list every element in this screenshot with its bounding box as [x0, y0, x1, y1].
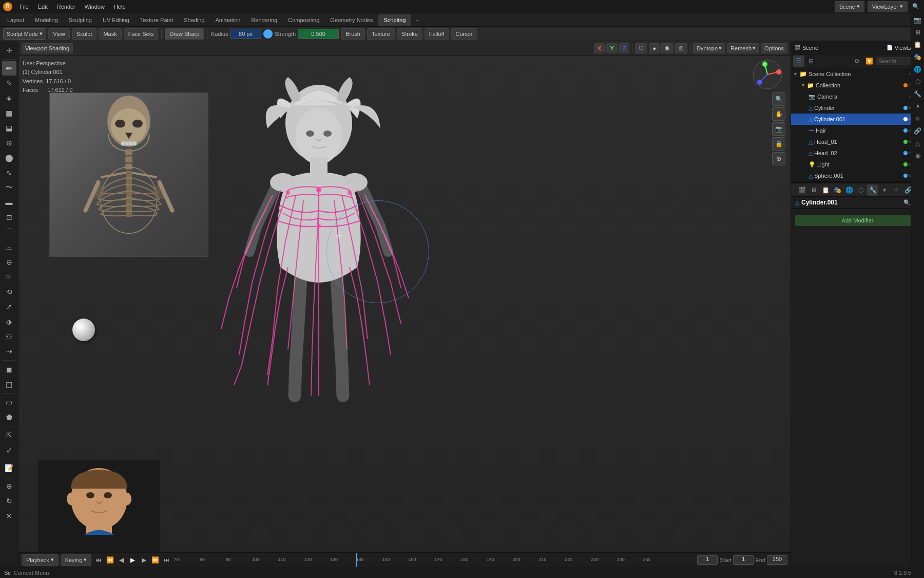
- tool-pose[interactable]: ⚇: [2, 329, 16, 344]
- outliner-cylinder-001[interactable]: △ Cylinder.001 👁 📷: [791, 114, 924, 125]
- outliner-hair[interactable]: 〜 Hair 👁 📷: [791, 125, 924, 136]
- tool-move[interactable]: ⊕: [2, 479, 16, 493]
- tool-snake-hook[interactable]: ↗: [2, 300, 16, 314]
- tool-crease[interactable]: ∿: [2, 165, 16, 180]
- shading-render-btn[interactable]: ◎: [675, 43, 687, 53]
- tab-rendering[interactable]: Rendering: [246, 14, 282, 26]
- lock-btn[interactable]: 🔒: [772, 137, 785, 151]
- mask-menu[interactable]: Mask: [99, 28, 121, 40]
- blender-logo[interactable]: B: [3, 2, 12, 11]
- strength-input[interactable]: 0.500: [298, 29, 339, 39]
- scene-props-icon[interactable]: 🎭: [832, 184, 843, 196]
- tab-animation[interactable]: Animation: [210, 14, 246, 26]
- outliner-camera[interactable]: 📷 Camera 👁 📷: [791, 91, 924, 102]
- tab-modeling[interactable]: Modeling: [30, 14, 63, 26]
- next-keyframe-btn[interactable]: ⏩: [150, 555, 160, 565]
- tool-scrape[interactable]: ⌒: [2, 225, 16, 239]
- brush-type-btn[interactable]: Draw Sharp: [165, 28, 204, 40]
- remesh-btn[interactable]: Remesh ▾: [727, 43, 759, 53]
- navigation-gizmo[interactable]: X Y Z: [752, 59, 783, 90]
- outliner-scene-collection[interactable]: ▼ 📁 Scene Collection 👁 📷: [791, 68, 924, 80]
- tool-mask[interactable]: ◼: [2, 362, 16, 377]
- tool-box-trim[interactable]: ▭: [2, 395, 16, 409]
- output-props-icon[interactable]: 🖥: [808, 184, 819, 196]
- overlay-btn[interactable]: ⊕: [772, 152, 785, 165]
- tab-geometry-nodes[interactable]: Geometry Nodes: [325, 14, 378, 26]
- tab-sculpting[interactable]: Sculpting: [64, 14, 97, 26]
- viewport-mode-btn[interactable]: Viewport Shading: [22, 43, 73, 53]
- tab-scripting[interactable]: Scripting: [378, 14, 411, 26]
- outliner-icon-btn[interactable]: ☰: [793, 55, 804, 67]
- tool-rotate-3d[interactable]: ↻: [2, 494, 16, 508]
- outliner-head01[interactable]: △ Head_01 👁 📷: [791, 136, 924, 147]
- grab-btn[interactable]: ✋: [772, 107, 785, 121]
- tab-texture-paint[interactable]: Texture Paint: [135, 14, 178, 26]
- face-sets-menu[interactable]: Face Sets: [124, 28, 159, 40]
- tool-move-obj[interactable]: ⤧: [2, 509, 16, 523]
- tool-draw[interactable]: ✏: [2, 61, 16, 76]
- modifier-icon[interactable]: 🔧: [867, 184, 878, 196]
- shading-wire-btn[interactable]: ⬡: [635, 43, 647, 53]
- menu-file[interactable]: File: [15, 3, 33, 11]
- tool-draw-sharp[interactable]: ✎: [2, 76, 16, 90]
- tool-lasso-trim[interactable]: ⬟: [2, 410, 16, 424]
- outliner-settings-btn[interactable]: ⚙: [851, 55, 862, 67]
- tool-smooth[interactable]: 〜: [2, 180, 16, 195]
- tool-inflate[interactable]: ⊕: [2, 136, 16, 150]
- object-icon[interactable]: ⬡: [855, 184, 867, 196]
- tool-multiplane-scrape[interactable]: ⌓: [2, 240, 16, 254]
- axis-z-btn[interactable]: Z: [619, 43, 630, 53]
- menu-help[interactable]: Help: [110, 3, 130, 11]
- outliner-cylinder[interactable]: △ Cylinder 👁 📷: [791, 102, 924, 114]
- tool-cursor[interactable]: ✛: [2, 43, 16, 58]
- add-workspace-btn[interactable]: +: [411, 15, 422, 25]
- outliner-collection[interactable]: ▼ 📁 Collection 👁 📷: [791, 80, 924, 91]
- axis-y-btn[interactable]: Y: [606, 43, 617, 53]
- options-btn[interactable]: Options: [761, 43, 787, 53]
- tool-clay[interactable]: ◈: [2, 91, 16, 105]
- step-back-btn[interactable]: ◀: [116, 555, 126, 565]
- scene-selector[interactable]: Scene ▾: [835, 1, 864, 12]
- shading-material-btn[interactable]: ◉: [661, 43, 673, 53]
- menu-render[interactable]: Render: [53, 3, 80, 11]
- step-forward-btn[interactable]: ▶: [139, 555, 149, 565]
- outliner-light[interactable]: 💡 Light 👁 📷: [791, 159, 924, 170]
- tool-flatten[interactable]: ▬: [2, 195, 16, 210]
- tool-transform[interactable]: ⇱: [2, 428, 16, 442]
- viewport-3d[interactable]: Viewport Shading X Y Z ⬡ ● ◉ ◎: [18, 41, 791, 552]
- radius-input[interactable]: 80 px: [230, 29, 261, 39]
- keying-btn[interactable]: Keying ▾: [61, 554, 92, 566]
- add-modifier-btn[interactable]: Add Modifier: [795, 215, 920, 226]
- end-frame-input[interactable]: 250: [767, 555, 787, 565]
- axis-x-btn[interactable]: X: [594, 43, 605, 53]
- tab-layout[interactable]: Layout: [2, 14, 29, 26]
- tool-nudge[interactable]: ⇢: [2, 344, 16, 359]
- current-frame-input[interactable]: 1: [697, 555, 718, 565]
- world-icon[interactable]: 🌐: [843, 184, 855, 196]
- stroke-btn[interactable]: Stroke: [397, 28, 422, 40]
- view-layer-icon[interactable]: 📋: [820, 184, 831, 196]
- playback-btn[interactable]: Playback ▾: [22, 554, 59, 566]
- tool-scale[interactable]: ⤢: [2, 443, 16, 457]
- tool-fill[interactable]: ⊡: [2, 210, 16, 225]
- texture-btn[interactable]: Texture: [367, 28, 395, 40]
- tab-compositing[interactable]: Compositing: [283, 14, 324, 26]
- tool-layer[interactable]: ⬓: [2, 121, 16, 135]
- outliner-sphere001[interactable]: △ Sphere.001 👁 📷: [791, 170, 924, 181]
- view-menu[interactable]: View: [48, 28, 70, 40]
- jump-end-btn[interactable]: ⏭: [161, 555, 171, 565]
- play-btn[interactable]: ▶: [127, 555, 138, 565]
- sculpt-menu[interactable]: Sculpt: [72, 28, 97, 40]
- mode-selector[interactable]: Sculpt Mode ▾: [3, 28, 46, 40]
- viewlayer-selector[interactable]: ViewLayer ▾: [868, 1, 908, 12]
- tool-elastic[interactable]: ⟲: [2, 285, 16, 299]
- tab-shading[interactable]: Shading: [179, 14, 209, 26]
- menu-edit[interactable]: Edit: [34, 3, 52, 11]
- tool-blob[interactable]: ⬤: [2, 151, 16, 165]
- shading-solid-btn[interactable]: ●: [649, 43, 660, 53]
- outliner-head02[interactable]: △ Head_02 👁 📷: [791, 147, 924, 159]
- brush-btn[interactable]: Brush: [341, 28, 365, 40]
- info-icon[interactable]: 🔍: [911, 2, 921, 12]
- tool-grab[interactable]: ☞: [2, 270, 16, 284]
- tool-thumb[interactable]: ⬗: [2, 314, 16, 329]
